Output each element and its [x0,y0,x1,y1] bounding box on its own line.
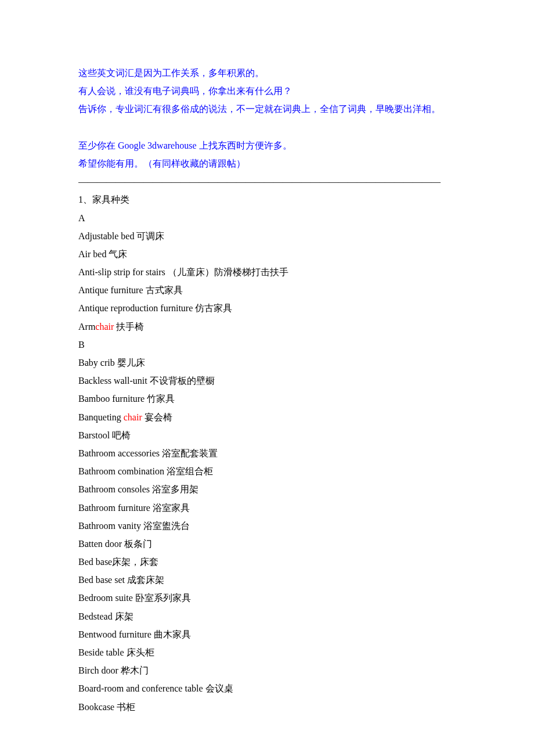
vocab-entry: Bed base set 成套床架 [78,571,456,589]
vocab-en-highlight: chair [95,322,114,332]
vocab-entry: Antique reproduction furniture 仿古家具 [78,299,456,317]
vocab-zh: 婴儿床 [115,358,145,368]
vocab-en: Backless wall-unit [78,376,147,386]
vocab-entry: Backless wall-unit 不设背板的壁橱 [78,372,456,390]
vocab-en-pre: Banqueting [78,412,124,422]
intro-line: 希望你能有用。（有同样收藏的请跟帖） [78,154,456,172]
vocab-en: Bathroom accessories [78,448,160,458]
vocab-zh: 床头柜 [124,647,154,657]
vocab-zh: 不设背板的壁橱 [147,376,215,386]
vocab-entry: Bentwood furniture 曲木家具 [78,625,456,643]
vocab-zh: 成套床架 [125,575,164,585]
vocab-entry: Beside table 床头柜 [78,643,456,661]
vocab-zh: 宴会椅 [142,412,172,422]
vocab-zh: 竹家具 [145,394,175,404]
divider-line: ——————————————————————————————————————— [78,172,456,190]
vocab-entry: Bedstead 床架 [78,607,456,625]
vocab-en: Board-room and conference table [78,683,203,693]
vocab-zh: 书柜 [114,702,135,712]
vocab-en: Bedroom suite [78,593,133,603]
vocab-zh: 床架 [113,611,134,621]
vocab-en: Birch door [78,665,118,675]
vocab-zh: 浴室盥洗台 [141,521,190,531]
vocab-zh: 浴室多用架 [150,484,199,494]
intro-line: 有人会说，谁没有电子词典吗，你拿出来有什么用？ [78,82,456,100]
document-page: 这些英文词汇是因为工作关系，多年积累的。 有人会说，谁没有电子词典吗，你拿出来有… [0,0,534,745]
group-letter: B [78,336,456,354]
vocab-entry: Birch door 桦木门 [78,661,456,679]
vocab-en: Batten door [78,539,122,549]
vocab-entry: Bathroom accessories 浴室配套装置 [78,444,456,462]
vocab-en: Bed base set [78,575,125,585]
vocab-en: Antique furniture [78,285,143,295]
vocab-en: Bookcase [78,702,114,712]
vocab-zh: 气床 [106,249,127,259]
vocab-entry: Bedroom suite 卧室系列家具 [78,589,456,607]
vocab-en: Bathroom consoles [78,484,150,494]
vocab-en: Beside table [78,647,124,657]
vocab-zh: （儿童床）防滑楼梯打击扶手 [165,267,288,277]
vocab-en: Bentwood furniture [78,629,151,639]
vocab-entry: Banqueting chair 宴会椅 [78,408,456,426]
vocab-entry: Bathroom vanity 浴室盥洗台 [78,517,456,535]
vocab-en: Bathroom vanity [78,521,141,531]
vocab-zh: 板条门 [122,539,152,549]
vocab-zh: 古式家具 [143,285,183,295]
vocab-zh: 扶手椅 [114,322,144,332]
vocab-en: Bed base [78,557,112,567]
vocab-en-highlight: chair [124,412,142,422]
vocab-en: Adjustable bed [78,231,134,241]
vocab-zh: 曲木家具 [151,629,191,639]
section-heading: 1、家具种类 [78,190,456,208]
intro-line: 这些英文词汇是因为工作关系，多年积累的。 [78,64,456,82]
vocab-en-pre: Arm [78,322,95,332]
vocab-entry: Bookcase 书柜 [78,698,456,716]
vocab-zh: 仿古家具 [193,303,232,313]
vocab-en: Bathroom combination [78,466,164,476]
intro-line: 告诉你，专业词汇有很多俗成的说法，不一定就在词典上，全信了词典，早晚要出洋相。 [78,100,456,118]
vocab-zh: 卧室系列家具 [133,593,191,603]
vocab-zh: 浴室配套装置 [160,448,218,458]
vocab-entry: Bathroom consoles 浴室多用架 [78,480,456,498]
vocab-zh: 桦木门 [118,665,149,675]
vocab-en: Bathroom furniture [78,503,150,513]
vocab-entry: Adjustable bed 可调床 [78,227,456,245]
vocab-entry: Anti-slip strip for stairs （儿童床）防滑楼梯打击扶手 [78,263,456,281]
vocab-en: Air bed [78,249,106,259]
vocab-zh: 浴室组合柜 [164,466,213,476]
vocab-en: Anti-slip strip for stairs [78,267,165,277]
vocab-zh: 可调床 [134,231,164,241]
vocab-zh: 会议桌 [203,683,233,693]
vocab-en: Baby crib [78,358,115,368]
group-letter: A [78,209,456,227]
vocab-en: Barstool [78,430,110,440]
vocab-entry: Antique furniture 古式家具 [78,281,456,299]
vocab-entry: Batten door 板条门 [78,535,456,553]
vocab-entry: Bathroom furniture 浴室家具 [78,499,456,517]
vocab-en: Antique reproduction furniture [78,303,193,313]
intro-blank [78,118,456,136]
vocab-zh: 吧椅 [110,430,131,440]
vocab-zh: 浴室家具 [150,503,190,513]
vocab-entry: Bamboo furniture 竹家具 [78,390,456,408]
vocab-entry: Air bed 气床 [78,245,456,263]
vocab-en: Bamboo furniture [78,394,145,404]
vocab-entry: Bathroom combination 浴室组合柜 [78,462,456,480]
vocab-en: Bedstead [78,611,113,621]
vocab-entry: Barstool 吧椅 [78,426,456,444]
vocab-entry: Armchair 扶手椅 [78,318,456,336]
vocab-entry: Baby crib 婴儿床 [78,354,456,372]
vocab-entry: Bed base床架，床套 [78,553,456,571]
intro-line: 至少你在 Google 3dwarehouse 上找东西时方便许多。 [78,136,456,154]
vocab-zh: 床架，床套 [112,557,158,567]
vocab-entry: Board-room and conference table 会议桌 [78,679,456,697]
